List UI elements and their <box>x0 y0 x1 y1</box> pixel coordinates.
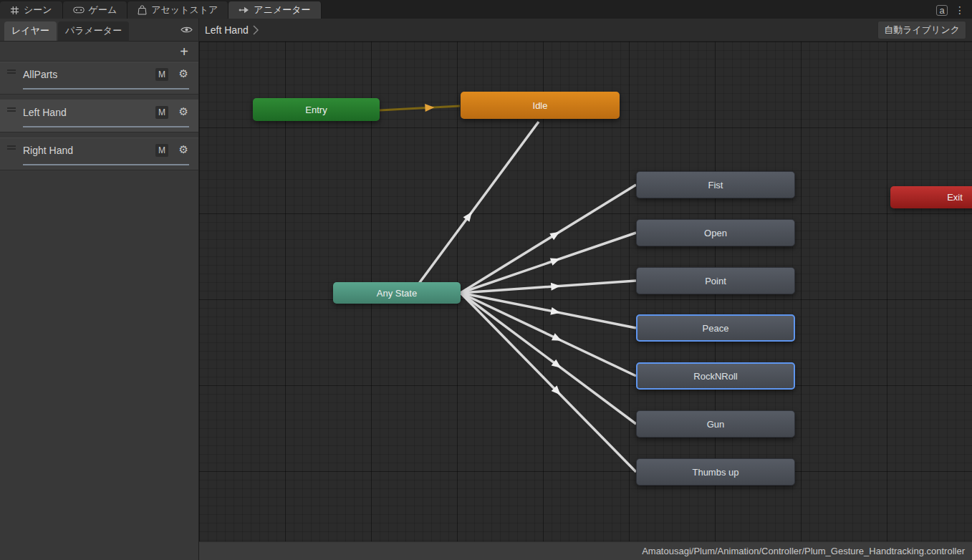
mask-toggle[interactable]: M <box>155 106 168 119</box>
state-node-entry[interactable]: Entry <box>253 98 380 121</box>
panel-tab-layers[interactable]: レイヤー <box>4 21 57 41</box>
layer-weight-slider[interactable] <box>23 126 189 127</box>
tab-animator[interactable]: アニメーター <box>228 1 321 19</box>
chevron-right-icon <box>253 25 259 35</box>
state-node-gun[interactable]: Gun <box>636 410 795 438</box>
layer-name: Left Hand <box>23 107 67 118</box>
status-bar: Amatousagi/Plum/Animation/Controller/Plu… <box>199 541 972 560</box>
controller-path-label: Amatousagi/Plum/Animation/Controller/Plu… <box>642 546 965 556</box>
tab-label: シーン <box>24 4 52 16</box>
mask-toggle[interactable]: M <box>155 144 168 157</box>
tab-game[interactable]: ゲーム <box>63 1 128 19</box>
drag-handle-icon[interactable] <box>7 145 16 150</box>
asset-store-icon <box>138 5 147 15</box>
gear-icon[interactable]: ⚙ <box>179 67 188 80</box>
account-icon[interactable]: a <box>936 5 948 16</box>
layers-add-row: + <box>0 42 198 62</box>
graph-nodes: EntryIdleAny StateFistOpenPointPeaceRock… <box>199 42 972 560</box>
top-tab-bar: シーンゲームアセットストアアニメーター a ⋮ <box>0 0 972 19</box>
layer-row-right-hand[interactable]: Right HandM⚙ <box>0 137 198 170</box>
tab-asset-store[interactable]: アセットストア <box>127 1 228 19</box>
layer-weight-slider[interactable] <box>23 164 189 165</box>
gear-icon[interactable]: ⚙ <box>179 143 188 156</box>
auto-live-link-button[interactable]: 自動ライブリンク <box>877 21 966 39</box>
panel-tabs: レイヤーパラメーター <box>4 19 129 41</box>
breadcrumb[interactable]: Left Hand <box>205 24 259 36</box>
layer-weight-slider[interactable] <box>23 88 189 90</box>
state-node-idle[interactable]: Idle <box>461 92 620 119</box>
state-node-fist[interactable]: Fist <box>636 171 795 198</box>
top-tabs: シーンゲームアセットストアアニメーター <box>0 1 322 19</box>
state-node-point[interactable]: Point <box>636 267 795 294</box>
layer-row-allparts[interactable]: AllPartsM⚙ <box>0 62 198 95</box>
game-icon <box>73 6 85 14</box>
state-node-thumbs-up[interactable]: Thumbs up <box>636 458 795 486</box>
layer-name: AllParts <box>23 69 57 80</box>
state-node-exit[interactable]: Exit <box>890 186 972 208</box>
state-node-peace[interactable]: Peace <box>636 314 795 342</box>
animator-graph-canvas[interactable]: EntryIdleAny StateFistOpenPointPeaceRock… <box>199 42 972 560</box>
panel-tab-parameters[interactable]: パラメーター <box>58 21 129 41</box>
layers-list: AllPartsM⚙Left HandM⚙Right HandM⚙ <box>0 62 198 170</box>
eye-icon[interactable] <box>181 24 193 37</box>
drag-handle-icon[interactable] <box>7 107 16 112</box>
state-node-rocknroll[interactable]: RockNRoll <box>636 362 795 390</box>
layers-panel: + AllPartsM⚙Left HandM⚙Right HandM⚙ <box>0 42 199 560</box>
state-node-open[interactable]: Open <box>636 219 795 246</box>
mask-toggle[interactable]: M <box>155 68 168 81</box>
kebab-menu-icon[interactable]: ⋮ <box>955 4 965 16</box>
unity-editor-window: シーンゲームアセットストアアニメーター a ⋮ レイヤーパラメーター Left … <box>0 0 972 560</box>
animator-toolbar: レイヤーパラメーター Left Hand 自動ライブリンク <box>0 19 972 42</box>
add-layer-button[interactable]: + <box>180 44 188 59</box>
animator-icon <box>239 6 249 14</box>
tab-label: アニメーター <box>254 4 310 16</box>
layer-row-left-hand[interactable]: Left HandM⚙ <box>0 100 198 132</box>
scene-icon <box>10 6 19 15</box>
left-panel-header: レイヤーパラメーター <box>0 19 199 41</box>
tab-label: ゲーム <box>89 4 117 16</box>
graph-header: Left Hand 自動ライブリンク <box>199 19 972 41</box>
breadcrumb-label: Left Hand <box>205 24 249 36</box>
tab-scene[interactable]: シーン <box>0 1 63 19</box>
state-node-anystate[interactable]: Any State <box>333 282 461 304</box>
tab-bar-actions: a ⋮ <box>936 4 972 19</box>
drag-handle-icon[interactable] <box>7 69 16 74</box>
layer-name: Right Hand <box>23 145 73 156</box>
tab-label: アセットストア <box>151 4 218 16</box>
main-content: + AllPartsM⚙Left HandM⚙Right HandM⚙ Entr… <box>0 42 972 560</box>
gear-icon[interactable]: ⚙ <box>179 105 188 118</box>
